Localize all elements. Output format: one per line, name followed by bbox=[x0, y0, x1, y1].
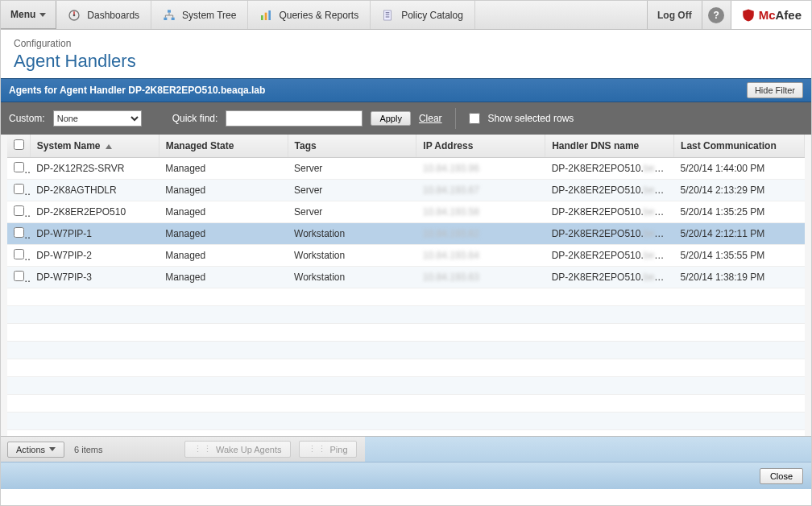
svg-rect-10 bbox=[386, 14, 390, 15]
col-last-comm[interactable]: Last Communication bbox=[674, 135, 805, 158]
nav-label: Dashboards bbox=[87, 10, 139, 21]
logoff-label: Log Off bbox=[657, 10, 692, 21]
ping-label: Ping bbox=[330, 445, 348, 454]
table-row[interactable]: DP-W7PIP-3ManagedWorkstation10.84.193.63… bbox=[7, 267, 805, 288]
table-header-row: System Name Managed State Tags IP Addres… bbox=[7, 135, 805, 158]
col-system-name[interactable]: System Name bbox=[30, 135, 159, 158]
table-row-empty bbox=[7, 359, 805, 377]
row-checkbox[interactable] bbox=[14, 205, 24, 216]
data-table: System Name Managed State Tags IP Addres… bbox=[7, 135, 805, 436]
cell-ip: 10.84.193.96 bbox=[416, 158, 545, 180]
svg-rect-6 bbox=[265, 12, 267, 19]
logoff-button[interactable]: Log Off bbox=[647, 1, 702, 29]
quickfind-input[interactable] bbox=[226, 110, 362, 126]
custom-select[interactable]: None bbox=[53, 110, 142, 126]
clear-link[interactable]: Clear bbox=[419, 113, 442, 124]
cell-state: Managed bbox=[159, 245, 288, 267]
dashboard-icon bbox=[68, 9, 81, 22]
breadcrumb: Configuration bbox=[14, 38, 798, 49]
row-checkbox-cell bbox=[7, 223, 30, 245]
grip-icon: ⋮⋮ bbox=[193, 444, 213, 454]
svg-rect-7 bbox=[269, 10, 271, 20]
data-table-wrap: System Name Managed State Tags IP Addres… bbox=[1, 135, 811, 436]
cell-ip: 10.84.193.64 bbox=[416, 245, 545, 267]
row-checkbox[interactable] bbox=[14, 162, 24, 172]
custom-label: Custom: bbox=[9, 113, 45, 124]
row-checkbox[interactable] bbox=[14, 249, 24, 259]
close-bar: Close bbox=[1, 462, 811, 489]
cell-dns: DP-2K8ER2EPO510.beaqa.lab bbox=[545, 201, 674, 223]
filter-bar: Custom: None Quick find: Apply Clear Sho… bbox=[1, 102, 811, 135]
quickfind-label: Quick find: bbox=[172, 113, 218, 124]
nav-policy-catalog[interactable]: Policy Catalog bbox=[371, 1, 475, 29]
row-checkbox-cell bbox=[7, 201, 30, 223]
table-row-empty bbox=[7, 413, 805, 430]
table-row[interactable]: DP-W7PIP-1ManagedWorkstation10.84.193.62… bbox=[7, 223, 805, 245]
col-handler-dns[interactable]: Handler DNS name bbox=[545, 135, 674, 158]
section-title: Agents for Agent Handler DP-2K8ER2EPO510… bbox=[9, 85, 265, 96]
table-row-empty bbox=[7, 377, 805, 395]
cell-tags: Workstation bbox=[288, 267, 416, 288]
table-row[interactable]: DP-2K8ER2EPO510ManagedServer10.84.193.58… bbox=[7, 201, 805, 223]
cell-lc: 5/20/14 1:35:55 PM bbox=[674, 245, 805, 267]
ping-button[interactable]: ⋮⋮ Ping bbox=[299, 441, 357, 458]
cell-lc: 5/20/14 1:35:25 PM bbox=[674, 201, 805, 223]
cell-state: Managed bbox=[159, 180, 288, 201]
cell-system: DP-W7PIP-1 bbox=[30, 223, 159, 245]
nav-label: Policy Catalog bbox=[401, 10, 463, 21]
show-selected-checkbox[interactable] bbox=[469, 113, 480, 124]
nav-label: Queries & Reports bbox=[279, 10, 358, 21]
chevron-down-icon bbox=[49, 447, 56, 451]
cell-ip: 10.84.193.62 bbox=[416, 223, 545, 245]
section-header: Agents for Agent Handler DP-2K8ER2EPO510… bbox=[1, 78, 811, 102]
row-checkbox[interactable] bbox=[14, 184, 24, 194]
table-row-empty bbox=[7, 306, 805, 324]
table-body: DP-2K12R2S-SRVRManagedServer10.84.193.96… bbox=[7, 158, 805, 437]
row-checkbox-cell bbox=[7, 158, 30, 180]
table-row[interactable]: DP-2K8AGTHDLRManagedServer10.84.193.67DP… bbox=[7, 180, 805, 201]
help-icon: ? bbox=[708, 7, 724, 23]
actions-menu-button[interactable]: Actions bbox=[7, 442, 64, 458]
select-all-checkbox[interactable] bbox=[14, 139, 24, 150]
nav-queries-reports[interactable]: Queries & Reports bbox=[248, 1, 371, 29]
cell-dns: DP-2K8ER2EPO510.beaqa.lab bbox=[545, 158, 674, 180]
hide-filter-button[interactable]: Hide Filter bbox=[747, 82, 803, 98]
table-row-empty bbox=[7, 288, 805, 306]
svg-rect-5 bbox=[261, 15, 263, 20]
nav-label: System Tree bbox=[182, 10, 236, 21]
close-button[interactable]: Close bbox=[760, 468, 803, 484]
table-row[interactable]: DP-2K12R2S-SRVRManagedServer10.84.193.96… bbox=[7, 158, 805, 180]
row-checkbox[interactable] bbox=[14, 227, 24, 238]
help-button[interactable]: ? bbox=[702, 1, 731, 29]
col-tags[interactable]: Tags bbox=[288, 135, 416, 158]
cell-system: DP-W7PIP-3 bbox=[30, 267, 159, 288]
wake-up-agents-button[interactable]: ⋮⋮ Wake Up Agents bbox=[184, 441, 291, 458]
table-row-empty bbox=[7, 430, 805, 437]
cell-state: Managed bbox=[159, 201, 288, 223]
row-checkbox[interactable] bbox=[14, 271, 24, 281]
table-row-empty bbox=[7, 324, 805, 342]
cell-system: DP-2K8AGTHDLR bbox=[30, 180, 159, 201]
col-managed-state[interactable]: Managed State bbox=[159, 135, 288, 158]
nav-system-tree[interactable]: System Tree bbox=[151, 1, 248, 29]
table-row-empty bbox=[7, 342, 805, 359]
row-checkbox-cell bbox=[7, 245, 30, 267]
cell-state: Managed bbox=[159, 223, 288, 245]
cell-ip: 10.84.193.67 bbox=[416, 180, 545, 201]
nav-dashboards[interactable]: Dashboards bbox=[56, 1, 151, 29]
row-checkbox-cell bbox=[7, 267, 30, 288]
svg-rect-9 bbox=[386, 12, 390, 13]
svg-point-1 bbox=[73, 14, 76, 16]
action-bar: Actions 6 items ⋮⋮ Wake Up Agents ⋮⋮ Pin… bbox=[1, 436, 811, 462]
svg-rect-11 bbox=[386, 16, 390, 17]
chevron-down-icon bbox=[39, 13, 46, 17]
apply-button[interactable]: Apply bbox=[371, 111, 411, 126]
chart-icon bbox=[259, 9, 272, 22]
menu-button[interactable]: Menu bbox=[1, 1, 56, 29]
table-row[interactable]: DP-W7PIP-2ManagedWorkstation10.84.193.64… bbox=[7, 245, 805, 267]
item-count: 6 items bbox=[74, 445, 102, 454]
cell-tags: Server bbox=[288, 201, 416, 223]
cell-system: DP-2K8ER2EPO510 bbox=[30, 201, 159, 223]
col-ip-address[interactable]: IP Address bbox=[416, 135, 545, 158]
cell-tags: Workstation bbox=[288, 223, 416, 245]
